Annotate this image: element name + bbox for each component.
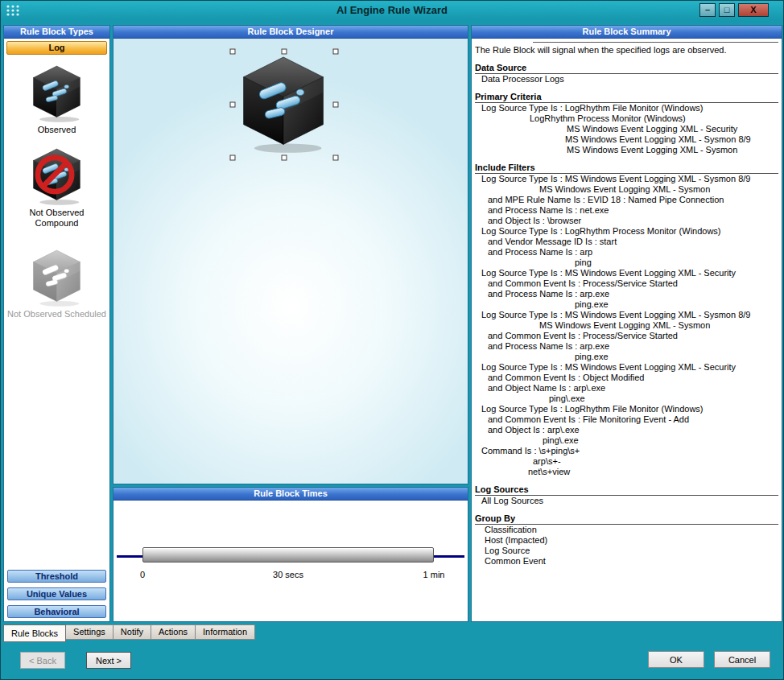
summary-line: Classification [475,525,778,535]
summary-line: Log Source [475,546,778,556]
summary-section-title: Primary Criteria [475,92,778,103]
summary-line: and Common Event Is : Object Modified [475,373,778,383]
summary-line: ping\.exe [475,435,778,446]
ok-button[interactable]: OK [648,651,704,668]
summary-line: Data Processor Logs [475,74,778,84]
summary-line: MS Windows Event Logging XML - Sysmon [475,320,778,331]
summary-line: Log Source Type Is : LogRhythm Process M… [475,226,778,237]
summary-section-title: Include Filters [475,163,778,174]
threshold-button[interactable]: Threshold [7,570,106,583]
observed-cube-icon [30,64,85,123]
summary-line: Host (Impacted) [475,535,778,546]
summary-line: ping [475,258,778,268]
resize-handle-top-middle[interactable] [282,49,287,55]
tab-label: Notify [121,627,143,637]
maximize-icon: □ [724,5,730,14]
resize-handle-top-right[interactable] [333,49,339,55]
summary-section-title: Data Source [475,63,778,74]
cancel-button[interactable]: Cancel [714,651,770,668]
resize-handle-middle-left[interactable] [230,102,236,108]
summary-line: and Vendor Message ID Is : start [475,237,778,247]
resize-handle-bottom-right[interactable] [333,155,339,161]
summary-sections: Data SourceData Processor LogsPrimary Cr… [475,63,778,567]
summary-line: and Process Name Is : arp.exe [475,289,778,299]
ai-engine-rule-wizard-window: AI Engine Rule Wizard – □ X Rule Block T… [0,0,784,680]
next-button[interactable]: Next > [86,652,131,669]
window-controls: – □ X [699,3,769,17]
summary-line: Log Source Type Is : LogRhythm File Moni… [475,103,778,113]
tab-information[interactable]: Information [195,624,255,640]
resize-handle-bottom-middle[interactable] [282,155,287,161]
tick-label-30secs: 30 secs [273,570,303,579]
summary-line: ping.exe [475,352,778,362]
rule-type-label: Not Observed Scheduled [4,309,109,319]
summary-line: Log Source Type Is : MS Windows Event Lo… [475,310,778,320]
designer-cube-selection [233,52,336,158]
not-observed-scheduled-icon [30,248,85,307]
rule-type-not-observed-compound[interactable]: Not Observed Compound [4,146,109,229]
tab-label: Rule Blocks [11,628,58,638]
rule-block-times-body: 0 30 secs 1 min [113,501,468,621]
summary-line: Log Source Type Is : MS Windows Event Lo… [475,174,778,184]
resize-handle-top-left[interactable] [230,49,236,55]
summary-line: ping\.exe [475,394,778,404]
log-category-button[interactable]: Log [6,41,107,55]
summary-line: ping.exe [475,299,778,310]
summary-line: net\s+view [475,467,778,477]
summary-line: arp\s+- [475,456,778,467]
minimize-icon: – [705,5,710,14]
resize-handle-bottom-left[interactable] [230,155,236,161]
summary-intro: The Rule Block will signal when the spec… [475,45,778,56]
summary-top-rule [533,42,778,43]
tick-label-1min: 1 min [423,570,445,579]
back-button[interactable]: < Back [20,652,65,669]
log-cube-graphic[interactable] [237,53,331,155]
summary-section-title: Log Sources [475,484,778,496]
summary-line: and Common Event Is : File Monitoring Ev… [475,414,778,425]
summary-line: Log Source Type Is : LogRhythm File Moni… [475,404,778,414]
tab-notify[interactable]: Notify [113,624,151,640]
tab-label: Actions [159,627,188,637]
summary-line: Command Is : \s+ping\s+ [475,446,778,456]
summary-line: and Process Name Is : arp.exe [475,341,778,352]
maximize-button[interactable]: □ [719,3,735,17]
window-title: AI Engine Rule Wizard [1,4,783,16]
tab-settings[interactable]: Settings [65,624,113,640]
resize-handle-middle-right[interactable] [333,102,339,108]
rule-type-observed[interactable]: Observed [4,64,109,135]
summary-section-title: Group By [475,513,778,525]
tick-label-zero: 0 [140,570,145,579]
rule-type-not-observed-scheduled[interactable]: Not Observed Scheduled [4,248,109,319]
summary-line: MS Windows Event Logging XML - Sysmon 8/… [475,134,778,145]
summary-line: Common Event [475,556,778,567]
behavioral-button[interactable]: Behavioral [7,605,106,618]
tab-rule-blocks[interactable]: Rule Blocks [3,624,66,642]
rule-type-label: Not Observed Compound [4,208,109,229]
unique-values-button[interactable]: Unique Values [7,587,106,600]
summary-line: and Process Name Is : arp [475,247,778,258]
tab-actions[interactable]: Actions [151,624,196,640]
rule-block-types-panel: Rule Block Types Log Observed Not Observ… [3,25,110,622]
time-slider-bar[interactable] [142,547,434,563]
summary-line: and MPE Rule Name Is : EVID 18 : Named P… [475,195,778,205]
rule-block-summary-header: Rule Block Summary [472,26,782,39]
tab-label: Information [203,627,247,637]
close-icon: X [750,5,756,14]
rule-type-label: Observed [4,125,109,135]
summary-line: MS Windows Event Logging XML - Security [475,124,778,134]
summary-line: and Object Is : arp\.exe [475,425,778,435]
rule-block-times-header: Rule Block Times [113,488,468,501]
rule-block-types-header: Rule Block Types [4,26,109,39]
prohibition-icon [33,153,76,196]
not-observed-compound-icon [30,146,85,206]
titlebar: AI Engine Rule Wizard – □ X [1,1,783,20]
summary-line: LogRhythm Process Monitor (Windows) [475,113,778,124]
designer-canvas[interactable] [113,39,468,484]
summary-line: and Common Event Is : Process/Service St… [475,331,778,341]
bottom-tabstrip: Rule Blocks Settings Notify Actions Info… [3,624,255,642]
minimize-button[interactable]: – [699,3,716,17]
rule-block-designer-panel: Rule Block Designer [113,25,468,484]
summary-line: Log Source Type Is : MS Windows Event Lo… [475,268,778,278]
close-button[interactable]: X [738,3,769,17]
summary-line: Log Source Type Is : MS Windows Event Lo… [475,362,778,373]
